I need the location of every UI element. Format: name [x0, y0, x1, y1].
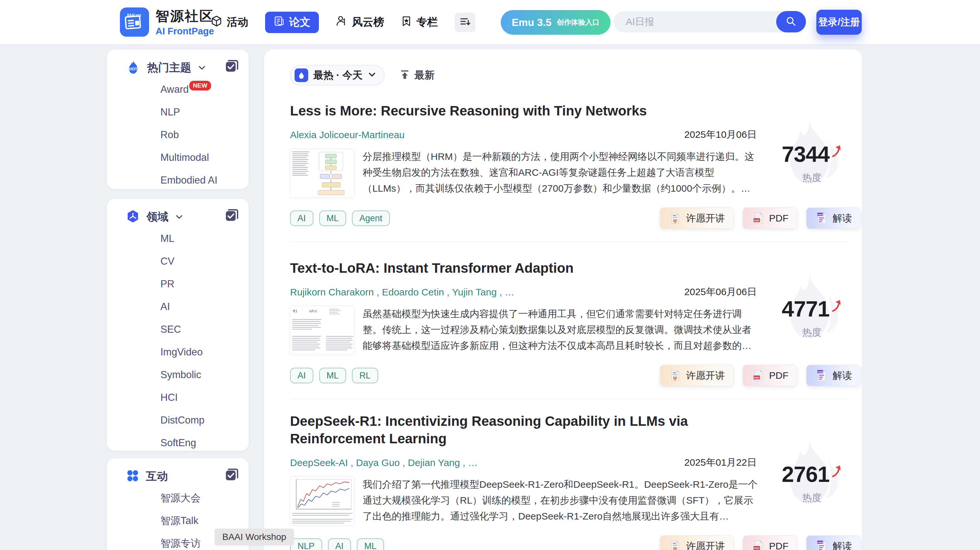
heat-value: 2761 — [782, 461, 829, 487]
search-icon — [785, 16, 797, 28]
hot-flame-icon: HOT — [126, 60, 141, 76]
sidebar-item-baai-conference[interactable]: 智源大会 — [107, 487, 248, 509]
heat-indicator: 7344 热度 — [771, 120, 852, 194]
sidebar-item-hci[interactable]: HCI — [107, 386, 248, 409]
paper-title[interactable]: DeepSeek-R1: Incentivizing Reasoning Cap… — [290, 413, 770, 448]
hexagon-icon — [126, 209, 140, 225]
login-register-button[interactable]: 登录/注册 — [816, 10, 862, 35]
sidebar-item-award[interactable]: Award NEW — [107, 78, 248, 101]
tag[interactable]: AI — [290, 210, 313, 226]
paper-date: 2025年06月06日 — [684, 285, 757, 299]
sort-icon — [459, 16, 471, 29]
heat-label: 热度 — [771, 491, 852, 505]
cube-icon — [211, 15, 222, 30]
sidebar-domains: 领域 ML CV PR AI SEC ImgVideo Symbolic HCI… — [107, 199, 248, 451]
nav-activities[interactable]: 活动 — [211, 15, 248, 30]
people-icon — [336, 15, 347, 30]
sidebar-item-distcomp[interactable]: DistComp — [107, 409, 248, 432]
section-title-hot-topics: 热门主题 — [147, 60, 191, 75]
sidebar-item-symbolic[interactable]: Symbolic — [107, 363, 248, 386]
svg-text:Δ(θ,γ): Δ(θ,γ) — [309, 309, 317, 312]
paper-thumbnail[interactable] — [290, 148, 355, 198]
trend-up-arrow-icon — [832, 464, 842, 478]
svg-text:read: read — [818, 370, 823, 373]
sidebar-item-ai[interactable]: AI — [107, 295, 248, 318]
paper-abstract: 我们介绍了第一代推理模型DeepSeek-R1-Zero和DeepSeek-R1… — [363, 477, 760, 526]
paper-title[interactable]: Text-to-LoRA: Instant Transformer Adapti… — [290, 260, 770, 277]
pdf-button[interactable]: PDF PDF — [743, 207, 797, 229]
sidebar-item-imgvideo[interactable]: ImgVideo — [107, 341, 248, 363]
tag[interactable]: RL — [352, 368, 378, 383]
paper-tags: AI ML RL — [290, 368, 378, 383]
svg-text:read: read — [818, 541, 823, 544]
section-title-domains: 领域 — [146, 209, 169, 225]
header: BAAI.org 智源社区 AI FrontPage 活动 — [0, 0, 980, 45]
paper-date: 2025年01月22日 — [684, 456, 757, 469]
chevron-down-icon[interactable] — [198, 64, 206, 73]
select-all-icon[interactable] — [224, 59, 239, 74]
tag[interactable]: ML — [319, 368, 347, 383]
paper-authors[interactable]: Alexia Jolicoeur-Martineau — [290, 129, 405, 140]
sidebar-item-softeng[interactable]: SoftEng — [107, 432, 248, 454]
trend-up-arrow-icon — [832, 299, 842, 312]
sidebar-item-multimodal[interactable]: Multimodal — [107, 146, 248, 169]
paper-thumbnail[interactable] — [290, 477, 355, 526]
wish-lecture-button[interactable]: 许愿开讲 — [660, 536, 734, 550]
interpret-button[interactable]: read 解读 — [806, 365, 861, 386]
tag[interactable]: Agent — [352, 210, 390, 226]
sidebar-item-ml[interactable]: ML — [107, 227, 248, 250]
svg-text:PDF: PDF — [754, 219, 760, 222]
heat-value: 4771 — [782, 296, 829, 321]
chevron-down-icon[interactable] — [175, 213, 183, 222]
latest-sort-button[interactable]: 最新 — [399, 65, 434, 86]
interpret-button[interactable]: read 解读 — [806, 207, 861, 229]
pdf-icon: PDF — [751, 369, 765, 382]
paper-title[interactable]: Less is More: Recursive Reasoning with T… — [290, 102, 770, 120]
read-doc-icon: read — [815, 540, 828, 550]
domains-list: ML CV PR AI SEC ImgVideo Symbolic HCI Di… — [107, 227, 248, 454]
sidebar-item-nlp[interactable]: NLP — [107, 101, 248, 124]
trend-up-arrow-icon — [832, 144, 842, 158]
doc-heart-icon — [668, 212, 681, 225]
select-all-icon[interactable] — [224, 208, 239, 223]
pdf-button[interactable]: PDF PDF — [743, 536, 797, 550]
tag[interactable]: ML — [319, 210, 347, 226]
svg-text:read: read — [818, 213, 823, 216]
sidebar-item-cv[interactable]: CV — [107, 250, 248, 273]
doc-heart-icon — [668, 540, 681, 550]
nav-columns[interactable]: 专栏 — [401, 15, 438, 30]
pdf-button[interactable]: PDF PDF — [743, 365, 797, 386]
tag[interactable]: ML — [357, 538, 384, 550]
svg-text:f(·): f(·) — [293, 309, 297, 312]
heat-indicator: 4771 热度 — [771, 275, 852, 349]
paper-authors[interactable]: Rujikorn Charakorn , Edoardo Cetin , Yuj… — [290, 287, 515, 298]
search-button[interactable] — [776, 11, 806, 32]
paper-authors[interactable]: DeepSeek-AI , Daya Guo , Dejian Yang , … — [290, 457, 478, 468]
paper-tags: NLP AI ML — [290, 538, 384, 550]
site-logo[interactable]: BAAI.org 智源社区 AI FrontPage — [120, 7, 214, 37]
interpret-button[interactable]: read 解读 — [806, 536, 861, 550]
nav-papers[interactable]: 论文 — [265, 12, 319, 33]
paper-thumbnail[interactable]: f(·) Δ(θ,γ) — [290, 306, 355, 355]
sidebar-item-rob[interactable]: Rob — [107, 124, 248, 146]
search-bar — [614, 11, 806, 32]
paper-tags: AI ML Agent — [290, 210, 390, 226]
svg-text:HOT: HOT — [129, 67, 137, 71]
wish-lecture-button[interactable]: 许愿开讲 — [660, 365, 734, 386]
clover-dots-icon — [126, 469, 139, 484]
sidebar-item-embodied-ai[interactable]: Embodied AI — [107, 169, 248, 192]
hot-filter-dropdown[interactable]: 最热 · 今天 — [290, 65, 385, 86]
svg-text:PDF: PDF — [754, 547, 760, 550]
heat-value: 7344 — [782, 141, 829, 167]
select-all-icon[interactable] — [224, 467, 239, 483]
sidebar-item-sec[interactable]: SEC — [107, 318, 248, 341]
nav-leaderboard[interactable]: 风云榜 — [336, 15, 384, 30]
wish-lecture-button[interactable]: 许愿开讲 — [660, 207, 734, 229]
tag[interactable]: AI — [290, 368, 313, 383]
pdf-icon: PDF — [751, 540, 765, 550]
sort-button[interactable] — [455, 13, 476, 32]
emu-entry-button[interactable]: Emu 3.5 创作体验入口 — [501, 10, 611, 35]
tag[interactable]: AI — [328, 538, 351, 550]
tag[interactable]: NLP — [290, 538, 322, 550]
sidebar-item-pr[interactable]: PR — [107, 273, 248, 295]
